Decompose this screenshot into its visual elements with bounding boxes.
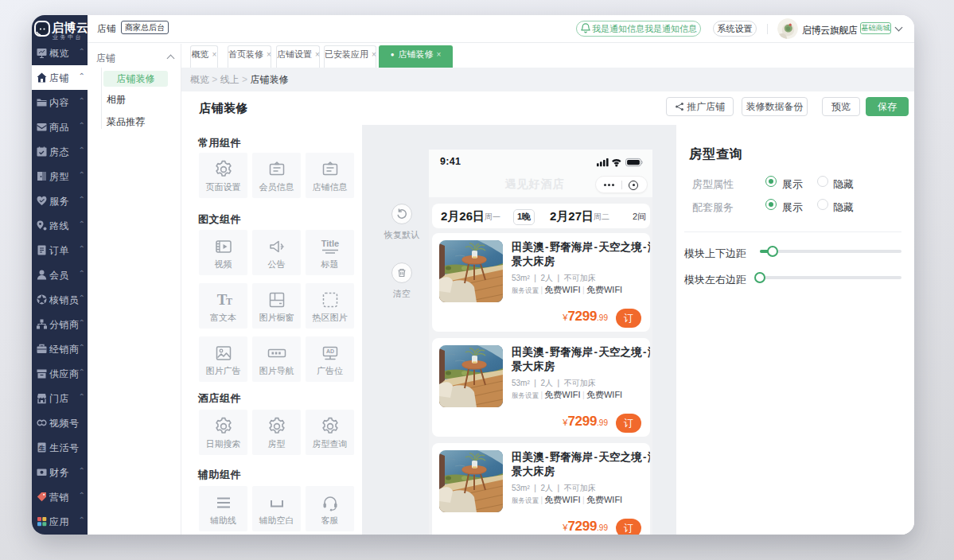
svg-text:AD: AD [325, 348, 333, 354]
svg-text:生: 生 [38, 445, 46, 452]
svg-text:T: T [225, 296, 232, 307]
svg-text:Title: Title [321, 239, 338, 248]
